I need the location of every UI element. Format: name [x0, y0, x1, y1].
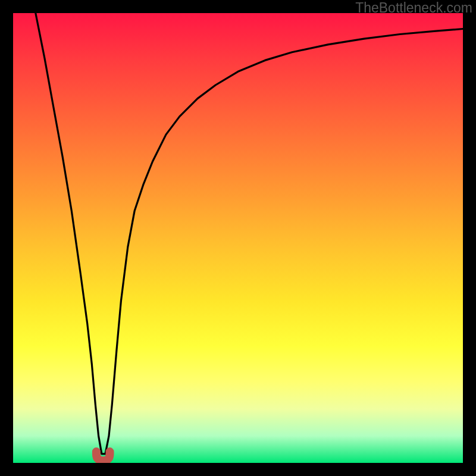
chart-svg [13, 13, 463, 463]
bottleneck-curve-line [36, 13, 463, 454]
watermark-text: TheBottleneck.com [355, 0, 472, 16]
chart-canvas [13, 13, 463, 463]
